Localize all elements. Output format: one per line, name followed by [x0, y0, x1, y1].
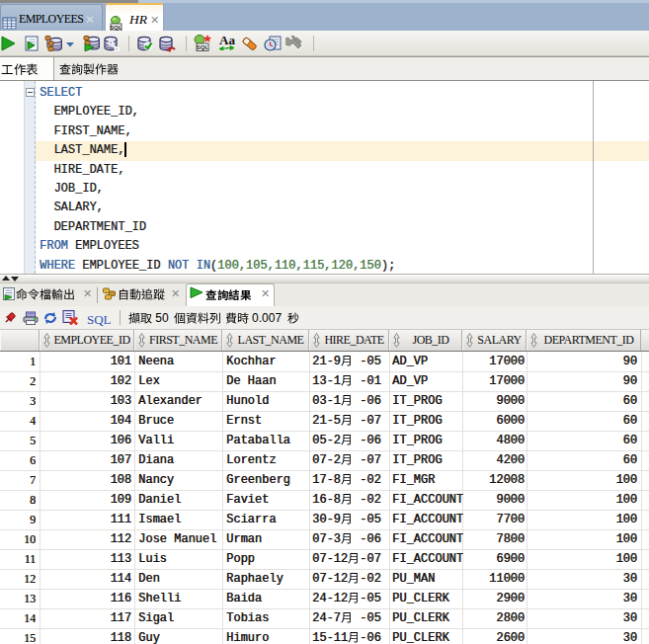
svg-text:SQL: SQL: [197, 44, 209, 50]
svg-text:Aa: Aa: [219, 34, 235, 47]
